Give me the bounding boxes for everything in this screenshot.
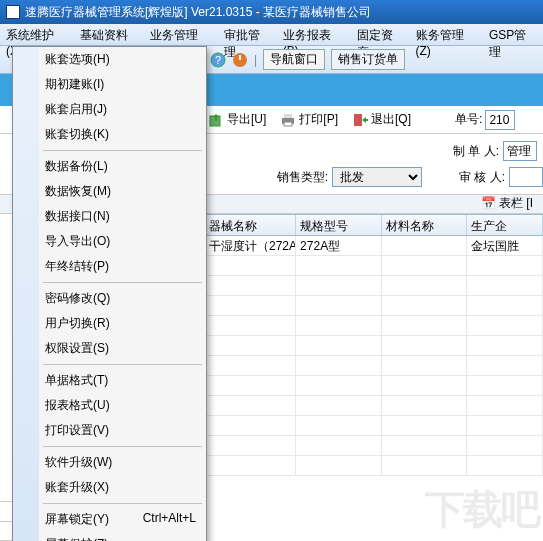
menu-separator	[43, 364, 202, 365]
col-material[interactable]: 材料名称	[382, 215, 467, 235]
col-spec[interactable]: 规格型号	[296, 215, 381, 235]
table-row[interactable]: 干湿度计（272A型）[27: 272A型 金坛国胜	[205, 236, 543, 256]
menu-gsp[interactable]: GSP管理	[483, 24, 543, 45]
menu-document-format[interactable]: 单据格式(T)	[13, 368, 206, 393]
menu-separator	[43, 446, 202, 447]
menu-separator	[43, 503, 202, 504]
menu-account-upgrade[interactable]: 账套升级(X)	[13, 475, 206, 500]
titlebar: 速腾医疗器械管理系统[辉煌版] Ver21.0315 - 某医疗器械销售公司	[0, 0, 543, 24]
menu-software-upgrade[interactable]: 软件升级(W)	[13, 450, 206, 475]
table-row[interactable]	[205, 436, 543, 456]
svg-rect-8	[354, 114, 362, 126]
menu-data-restore[interactable]: 数据恢复(M)	[13, 179, 206, 204]
checker-input[interactable]	[509, 167, 543, 187]
table-row[interactable]	[205, 336, 543, 356]
table-row[interactable]	[205, 416, 543, 436]
order-no-label: 单号:	[455, 111, 482, 128]
maker-input[interactable]	[503, 141, 537, 161]
menu-system[interactable]: 系统维护(X)	[0, 24, 74, 45]
menu-separator	[43, 282, 202, 283]
menu-user-switch[interactable]: 用户切换(R)	[13, 311, 206, 336]
app-icon	[6, 5, 20, 19]
table-row[interactable]	[205, 276, 543, 296]
menu-business[interactable]: 业务管理(Y)	[144, 24, 218, 45]
menu-fixed-assets[interactable]: 固定资产	[351, 24, 410, 45]
table-row[interactable]	[205, 456, 543, 476]
data-grid: 器械名称 规格型号 材料名称 生产企 干湿度计（272A型）[27: 272A型…	[205, 214, 543, 476]
svg-rect-6	[284, 114, 292, 118]
table-row[interactable]	[205, 396, 543, 416]
sales-type-select[interactable]: 批发	[332, 167, 422, 187]
maker-label: 制 单 人:	[453, 143, 499, 160]
grid-header: 器械名称 规格型号 材料名称 生产企	[205, 214, 543, 236]
menu-account-switch[interactable]: 账套切换(K)	[13, 122, 206, 147]
export-button[interactable]: 导出[U]	[208, 111, 266, 128]
svg-text:?: ?	[215, 54, 221, 66]
exit-button[interactable]: 退出[Q]	[352, 111, 411, 128]
table-row[interactable]	[205, 296, 543, 316]
print-icon	[280, 112, 296, 128]
table-row[interactable]	[205, 376, 543, 396]
watermark: 下载吧	[425, 482, 539, 537]
menu-report-format[interactable]: 报表格式(U)	[13, 393, 206, 418]
power-icon[interactable]	[232, 52, 248, 68]
checker-label: 审 核 人:	[459, 169, 505, 186]
menu-basic-data[interactable]: 基础资料(I)	[74, 24, 144, 45]
menu-print-settings[interactable]: 打印设置(V)	[13, 418, 206, 443]
menu-screen-lock[interactable]: 屏幕锁定(Y)Ctrl+Alt+L	[13, 507, 206, 532]
svg-rect-7	[284, 122, 292, 126]
order-no-input[interactable]	[485, 110, 515, 130]
menu-account-options[interactable]: 账套选项(H)	[13, 47, 206, 72]
table-row[interactable]	[205, 316, 543, 336]
col-manufacturer[interactable]: 生产企	[467, 215, 543, 235]
system-menu-dropdown: 账套选项(H) 期初建账(I) 账套启用(J) 账套切换(K) 数据备份(L) …	[12, 46, 207, 541]
sales-type-label: 销售类型:	[208, 169, 328, 186]
help-icon[interactable]: ?	[210, 52, 226, 68]
titlebar-text: 速腾医疗器械管理系统[辉煌版] Ver21.0315 - 某医疗器械销售公司	[25, 0, 371, 24]
print-button[interactable]: 打印[P]	[280, 111, 338, 128]
calendar-icon: 📅	[481, 196, 496, 210]
menubar: 系统维护(X) 基础资料(I) 业务管理(Y) 审批管理 业务报表(B) 固定资…	[0, 24, 543, 46]
table-row[interactable]	[205, 256, 543, 276]
svg-rect-3	[239, 55, 241, 60]
menu-initial-setup[interactable]: 期初建账(I)	[13, 72, 206, 97]
table-row[interactable]	[205, 356, 543, 376]
menu-password-change[interactable]: 密码修改(Q)	[13, 286, 206, 311]
menu-data-backup[interactable]: 数据备份(L)	[13, 154, 206, 179]
menu-approval[interactable]: 审批管理	[218, 24, 277, 45]
menu-year-end[interactable]: 年终结转(P)	[13, 254, 206, 279]
exit-icon	[352, 112, 368, 128]
col-device-name[interactable]: 器械名称	[205, 215, 296, 235]
menu-permissions[interactable]: 权限设置(S)	[13, 336, 206, 361]
menu-import-export[interactable]: 导入导出(O)	[13, 229, 206, 254]
menu-screen-saver[interactable]: 屏幕保护(Z)	[13, 532, 206, 541]
sales-order-button[interactable]: 销售订货单	[331, 49, 405, 70]
menu-separator	[43, 150, 202, 151]
menu-data-interface[interactable]: 数据接口(N)	[13, 204, 206, 229]
export-icon	[208, 112, 224, 128]
menu-account-enable[interactable]: 账套启用(J)	[13, 97, 206, 122]
menu-reports[interactable]: 业务报表(B)	[277, 24, 351, 45]
nav-window-button[interactable]: 导航窗口	[263, 49, 325, 70]
menu-accounts[interactable]: 账务管理(Z)	[410, 24, 484, 45]
